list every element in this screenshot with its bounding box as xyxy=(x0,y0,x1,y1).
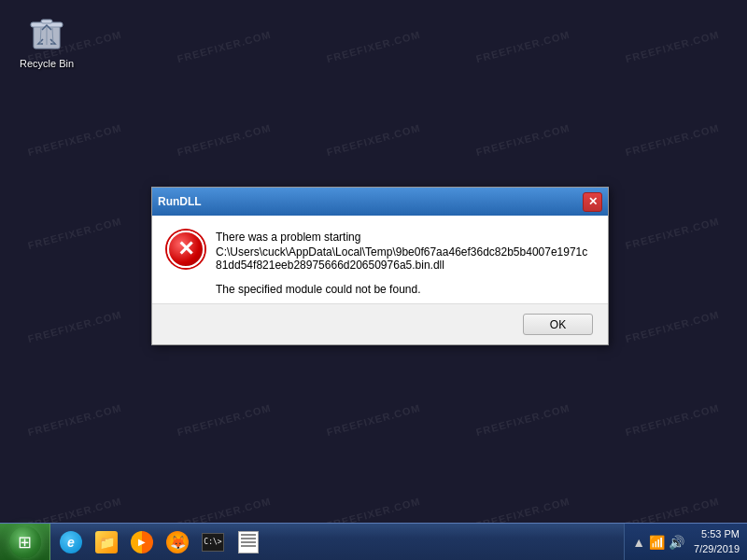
dialog-body: ✕ There was a problem starting C:\Users\… xyxy=(152,216,608,303)
tray-network-icon[interactable]: 📶 xyxy=(649,535,665,550)
error-message-line2: The specified module could not be found. xyxy=(216,283,593,296)
svg-rect-2 xyxy=(41,20,52,23)
desktop: FREEFIXER.COM FREEFIXER.COM FREEFIXER.CO… xyxy=(0,0,747,560)
taskbar-cmd-icon[interactable]: C:\> xyxy=(196,525,230,559)
ok-button[interactable]: OK xyxy=(523,314,593,335)
system-clock[interactable]: 5:53 PM 7/29/2019 xyxy=(688,527,740,556)
ie-icon: e xyxy=(60,531,82,553)
taskbar-notepad-icon[interactable] xyxy=(232,525,265,559)
recycle-bin-label: Recycle Bin xyxy=(14,58,79,69)
error-icon: ✕ xyxy=(167,231,204,268)
notepad-icon xyxy=(238,531,259,553)
clock-time: 5:53 PM xyxy=(701,527,740,541)
firefox-icon: 🦊 xyxy=(166,531,189,553)
start-orb: ⊞ xyxy=(9,526,41,558)
windows-logo-icon: ⊞ xyxy=(18,532,32,553)
cmd-icon: C:\> xyxy=(202,533,224,552)
recycle-bin-icon[interactable]: Recycle Bin xyxy=(14,9,79,69)
explorer-icon: 📁 xyxy=(95,531,118,553)
taskbar-explorer-icon[interactable]: 📁 xyxy=(90,525,123,559)
error-text: There was a problem starting C:\Users\cu… xyxy=(216,231,593,296)
tray-icons: ▲ 📶 🔊 xyxy=(632,535,684,550)
start-button[interactable]: ⊞ xyxy=(0,524,50,561)
taskbar: ⊞ e 📁 ▶ 🦊 C:\> xyxy=(0,523,747,560)
tray-expand-icon[interactable]: ▲ xyxy=(632,535,645,550)
clock-date: 7/29/2019 xyxy=(694,542,740,556)
media-player-icon: ▶ xyxy=(131,531,153,553)
error-path: C:\Users\cuck\AppData\Local\Temp\9be0f67… xyxy=(216,245,593,272)
dialog-titlebar: RunDLL ✕ xyxy=(152,188,608,216)
dialog-close-button[interactable]: ✕ xyxy=(583,192,602,212)
dialog-footer: OK xyxy=(152,303,608,344)
taskbar-mediaplayer-icon[interactable]: ▶ xyxy=(125,525,159,559)
error-message-line1: There was a problem starting xyxy=(216,231,593,244)
taskbar-firefox-icon[interactable]: 🦊 xyxy=(161,525,194,559)
tray-volume-icon[interactable]: 🔊 xyxy=(669,535,684,550)
rundll-dialog: RunDLL ✕ ✕ There was a problem starting … xyxy=(151,187,609,345)
dialog-title: RunDLL xyxy=(158,195,202,208)
taskbar-ie-icon[interactable]: e xyxy=(54,525,88,559)
system-tray: ▲ 📶 🔊 5:53 PM 7/29/2019 xyxy=(624,524,747,560)
taskbar-items: e 📁 ▶ 🦊 C:\> xyxy=(50,524,624,560)
